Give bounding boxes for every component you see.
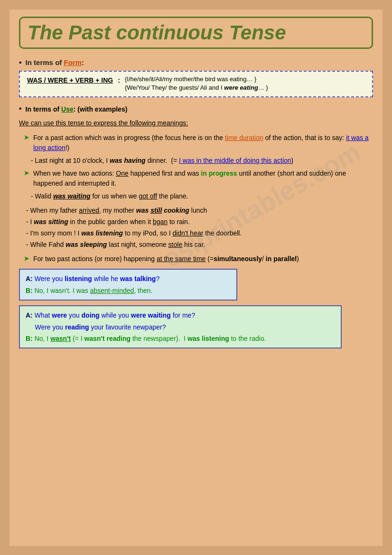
- formula-line1: {I/he/she/it/Ali/my mother/the bird was …: [125, 75, 268, 83]
- form-bullet-item: • In terms of Form:: [19, 58, 373, 67]
- formula-content: WAS / WERE + VERB + ING : {I/he/she/it/A…: [27, 75, 365, 93]
- example-1: - When my father arrived, my mother was …: [26, 205, 373, 216]
- meaning-1: ➤ For a past action which was in progres…: [24, 133, 373, 153]
- one-underline: One: [116, 169, 128, 177]
- meaning-3: ➤ For two past actions (or more) happeni…: [24, 254, 373, 264]
- formula-box: WAS / WERE + VERB + ING : {I/he/she/it/A…: [19, 71, 373, 97]
- formula-line2: {We/You/ They/ the guests/ Ali and I wer…: [125, 84, 268, 91]
- form-section: • In terms of Form: WAS / WERE + VERB + …: [19, 58, 373, 97]
- stole: stole: [168, 241, 183, 248]
- simultaneously: simultaneously: [214, 255, 262, 263]
- bullet-point: •: [19, 58, 22, 67]
- dialogue-2-a2: Were you reading your favourite newpaper…: [26, 322, 335, 332]
- example-lines: - When my father arrived, my mother was …: [26, 205, 373, 250]
- got-off: got off: [139, 192, 157, 200]
- use-section: • In terms of Use: (with examples) We ca…: [19, 104, 373, 348]
- example-2: - I was sitting in the public garden whe…: [26, 216, 373, 228]
- meaning-2-text: When we have two actions: One happened f…: [33, 169, 373, 188]
- was-listening: was listening: [81, 229, 123, 237]
- long-action-link: it was a long action: [33, 134, 369, 151]
- time-duration-link: time duration: [225, 134, 263, 141]
- cooking: cooking: [164, 207, 189, 214]
- was-sleeping: was sleeping: [65, 241, 107, 248]
- was-sitting: was sitting: [34, 218, 68, 226]
- intro-text: We can use this tense to express the fol…: [19, 118, 373, 128]
- use-label: In terms of Use: (with examples): [26, 104, 128, 114]
- use-keyword: Use: [61, 105, 74, 113]
- was-cooking: was: [136, 207, 149, 214]
- didnt-hear: didn't hear: [172, 229, 203, 237]
- form-keyword: Form: [64, 58, 82, 66]
- formula-colon: :: [118, 75, 120, 84]
- title-box: The Past continuous Tense: [19, 17, 373, 49]
- dialogue-box-2: A: What were you doing while you were wa…: [19, 305, 342, 348]
- dialogue-2-b: B: No, I wasn't (= I wasn't reading the …: [26, 333, 335, 344]
- arrived-1: arrived: [79, 207, 99, 214]
- meaning-3-text: For two past actions (or more) happening…: [33, 254, 299, 264]
- meaning-1-sub: - Last night at 10 o'clock, I was having…: [31, 156, 373, 166]
- use-label-text: In terms of: [26, 105, 61, 113]
- use-bullet-item: • In terms of Use: (with examples): [19, 104, 373, 114]
- formula-left: WAS / WERE + VERB + ING: [27, 75, 113, 84]
- same-time-underline: at the same time: [157, 255, 206, 263]
- was-waiting: was waiting: [53, 192, 91, 200]
- in-progress-text: in progress: [201, 169, 237, 177]
- arrow-1: ➤: [24, 133, 29, 141]
- page-title: The Past continuous Tense: [28, 22, 364, 44]
- intro-underline: We can use this tense to express the fol…: [19, 119, 188, 127]
- formula-right: {I/he/she/it/Ali/my mother/the bird was …: [125, 75, 268, 93]
- was-having: was having: [110, 157, 145, 164]
- meaning-1-text: For a past action which was in progress …: [33, 133, 373, 153]
- dialogue-1-b: B: No, I wasn't. I was absent-minded, th…: [26, 285, 231, 296]
- middle-link: I was in the middle of doing this action: [179, 157, 291, 164]
- arrow-3: ➤: [24, 254, 29, 262]
- example-3: - I'm sorry mom ! I was listening to my …: [26, 228, 373, 239]
- arrow-2: ➤: [24, 169, 29, 177]
- form-label: In terms of Form:: [26, 58, 84, 66]
- absent-minded: absent-minded: [90, 287, 134, 294]
- form-label-text: In terms of: [26, 58, 64, 66]
- use-note: (with examples): [77, 105, 127, 113]
- example-4: - While Fahd was sleeping last night, so…: [26, 239, 373, 251]
- meaning-2-sub: - Walid was waiting for us when we got o…: [31, 191, 373, 201]
- dialogue-1-a: A: Were you listening while he was talki…: [26, 273, 231, 284]
- in-parallel: in parallel: [266, 255, 297, 263]
- dialogue-2-a1: A: What were you doing while you were wa…: [26, 310, 335, 320]
- dialogue-box-1: A: Were you listening while he was talki…: [19, 269, 237, 301]
- bgan: bgan: [153, 218, 168, 226]
- meaning-2: ➤ When we have two actions: One happened…: [24, 169, 373, 188]
- use-bullet: •: [19, 104, 22, 113]
- still: still: [150, 207, 162, 214]
